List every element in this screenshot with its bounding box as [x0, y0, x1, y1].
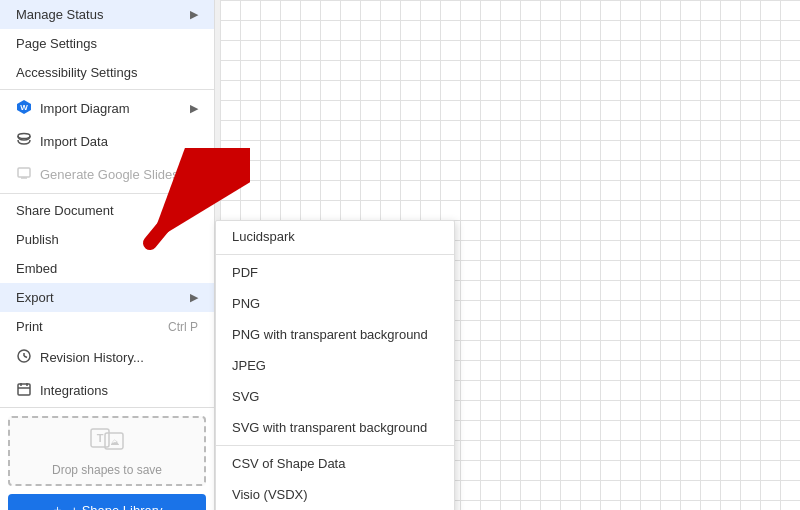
sub-divider-1 [216, 254, 454, 255]
arrow-icon: ▶ [190, 8, 198, 21]
export-pdf[interactable]: PDF [216, 257, 454, 288]
export-png[interactable]: PNG [216, 288, 454, 319]
lucidspark-label: Lucidspark [232, 229, 295, 244]
main-menu: Manage Status ▶ Page Settings Accessibil… [0, 0, 214, 407]
pdf-label: PDF [232, 265, 258, 280]
csv-shape-label: CSV of Shape Data [232, 456, 345, 471]
revision-history-label: Revision History... [40, 350, 144, 365]
export-label: Export [16, 290, 54, 305]
import-diagram-label: Import Diagram [40, 101, 130, 116]
export-visio-vsdx[interactable]: Visio (VSDX) [216, 479, 454, 510]
sidebar: Manage Status ▶ Page Settings Accessibil… [0, 0, 215, 510]
sidebar-item-generate-google-slides: Generate Google Slides [0, 158, 214, 191]
shape-library-plus-icon: ＋ [51, 501, 64, 510]
export-lucidspark[interactable]: Lucidspark [216, 221, 454, 252]
svg-label: SVG [232, 389, 259, 404]
drop-shapes-label: Drop shapes to save [52, 463, 162, 477]
divider-2 [0, 193, 214, 194]
sidebar-item-integrations[interactable]: Integrations [0, 374, 214, 407]
sidebar-item-embed[interactable]: Embed [0, 254, 214, 283]
svg-line-8 [24, 356, 27, 358]
import-data-label: Import Data [40, 134, 108, 149]
calendar-icon [16, 381, 32, 400]
print-shortcut: Ctrl P [168, 320, 198, 334]
page-settings-label: Page Settings [16, 36, 97, 51]
slide-icon [16, 165, 32, 184]
publish-label: Publish [16, 232, 59, 247]
sidebar-item-import-diagram[interactable]: W Import Diagram ▶ [0, 92, 214, 125]
drop-shapes-icon: T ⛰ [89, 425, 125, 459]
export-csv-shape[interactable]: CSV of Shape Data [216, 448, 454, 479]
svg-point-2 [18, 134, 30, 139]
lucid-icon: W [16, 99, 32, 118]
export-submenu: Lucidspark PDF PNG PNG with transparent … [215, 220, 455, 510]
svg-rect-3 [18, 168, 30, 177]
divider-1 [0, 89, 214, 90]
export-png-transparent[interactable]: PNG with transparent background [216, 319, 454, 350]
export-arrow-icon: ▶ [190, 291, 198, 304]
svg-text:⛰: ⛰ [110, 437, 119, 447]
png-label: PNG [232, 296, 260, 311]
generate-google-slides-label: Generate Google Slides [40, 167, 179, 182]
export-svg[interactable]: SVG [216, 381, 454, 412]
svg-text:W: W [20, 103, 28, 112]
sidebar-item-page-settings[interactable]: Page Settings [0, 29, 214, 58]
sidebar-item-publish[interactable]: Publish [0, 225, 214, 254]
sidebar-item-revision-history[interactable]: Revision History... [0, 341, 214, 374]
export-svg-transparent[interactable]: SVG with transparent background [216, 412, 454, 443]
shape-library-button[interactable]: ＋ + Shape Library [8, 494, 206, 510]
sidebar-item-accessibility-settings[interactable]: Accessibility Settings [0, 58, 214, 87]
sidebar-item-manage-status[interactable]: Manage Status ▶ [0, 0, 214, 29]
sidebar-item-export[interactable]: Export ▶ [0, 283, 214, 312]
sidebar-item-print[interactable]: Print Ctrl P [0, 312, 214, 341]
export-jpeg[interactable]: JPEG [216, 350, 454, 381]
print-label: Print [16, 319, 43, 334]
drop-shapes-box: T ⛰ Drop shapes to save [8, 416, 206, 486]
db-icon [16, 132, 32, 151]
sub-divider-2 [216, 445, 454, 446]
svg-transparent-label: SVG with transparent background [232, 420, 427, 435]
png-transparent-label: PNG with transparent background [232, 327, 428, 342]
sidebar-item-import-data[interactable]: Import Data [0, 125, 214, 158]
svg-text:T: T [97, 432, 104, 444]
svg-rect-9 [18, 384, 30, 395]
integrations-label: Integrations [40, 383, 108, 398]
sidebar-item-share-document[interactable]: Share Document [0, 196, 214, 225]
share-document-label: Share Document [16, 203, 114, 218]
jpeg-label: JPEG [232, 358, 266, 373]
shape-library-label: + Shape Library [70, 503, 162, 511]
embed-label: Embed [16, 261, 57, 276]
visio-vsdx-label: Visio (VSDX) [232, 487, 308, 502]
accessibility-settings-label: Accessibility Settings [16, 65, 137, 80]
import-diagram-arrow: ▶ [190, 102, 198, 115]
clock-icon [16, 348, 32, 367]
bottom-panel: T ⛰ Drop shapes to save ＋ + Shape Librar… [0, 407, 214, 510]
manage-status-label: Manage Status [16, 7, 103, 22]
